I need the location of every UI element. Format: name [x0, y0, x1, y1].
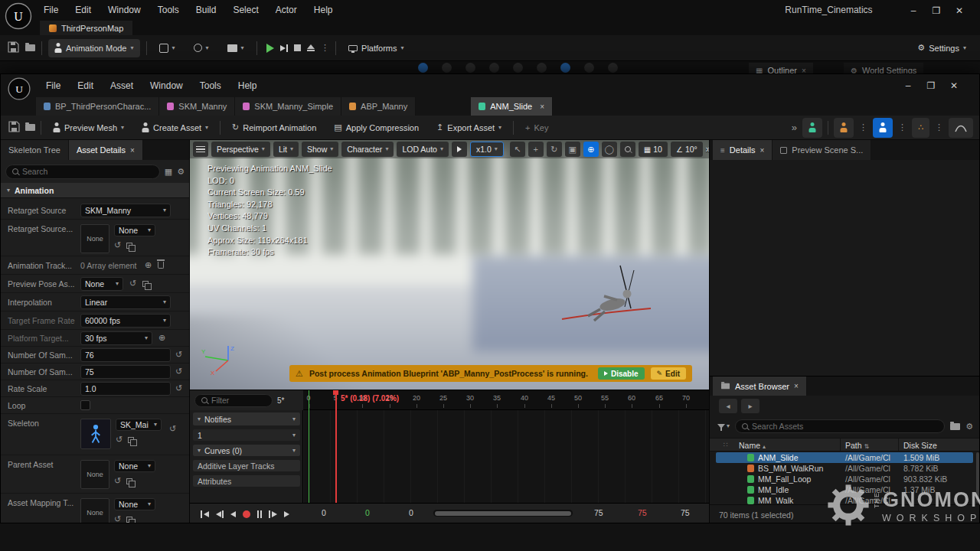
perspective-dropdown[interactable]: Perspective▾	[211, 142, 270, 157]
range-start-value[interactable]: 0	[322, 508, 326, 517]
folder-view-icon[interactable]	[950, 423, 960, 430]
curves-track-header[interactable]: ▾ Curves (0) ▾	[193, 445, 300, 456]
kebab-icon[interactable]: ⋮	[859, 122, 867, 132]
view-start-value[interactable]: 0	[409, 508, 413, 517]
step-back-button[interactable]	[216, 510, 224, 518]
add-platform-icon[interactable]: ⊕	[158, 333, 165, 343]
retargeter-button[interactable]	[834, 118, 854, 138]
menu-file[interactable]: File	[38, 76, 69, 96]
lod-dropdown[interactable]: LOD Auto▾	[397, 142, 449, 157]
menu-actor[interactable]: Actor	[267, 0, 305, 21]
notify-track-row[interactable]: 1 ▾	[193, 429, 300, 441]
tab-preview-scene-settings[interactable]: Preview Scene S...	[773, 140, 871, 160]
close-icon[interactable]: ×	[540, 103, 544, 111]
blueprints-button[interactable]: ▾	[188, 39, 215, 57]
rotate-tool-icon[interactable]: ↻	[547, 142, 562, 157]
notifies-track-header[interactable]: ▾ Notifies ▾	[193, 412, 300, 425]
viewport-menu-icon[interactable]	[193, 142, 208, 157]
skeleton-thumbnail[interactable]	[80, 419, 111, 449]
loop-start-value[interactable]: 0	[365, 508, 370, 517]
column-name[interactable]: Name ▴	[739, 441, 766, 450]
details-search-input[interactable]	[22, 167, 153, 176]
loop-end-value[interactable]: 75	[638, 508, 647, 517]
viewport-toolbar-overflow-icon[interactable]: »	[706, 144, 709, 155]
character-dropdown[interactable]: Character▾	[341, 142, 394, 157]
preview-pose-dropdown[interactable]: None▾	[80, 277, 123, 291]
skip-frame-button[interactable]	[280, 44, 289, 52]
step-forward-button[interactable]	[269, 510, 277, 518]
export-asset-dropdown[interactable]: ↥ Export Asset▾	[430, 119, 508, 137]
add-array-element-icon[interactable]: ⊕	[145, 260, 152, 270]
menu-edit[interactable]: Edit	[67, 0, 100, 21]
play-options-kebab-icon[interactable]: ⋮	[321, 43, 329, 53]
lit-dropdown[interactable]: Lit▾	[273, 142, 299, 157]
playhead-marker[interactable]	[333, 390, 338, 395]
asset-search[interactable]	[735, 419, 945, 433]
browse-asset-icon[interactable]	[126, 517, 132, 523]
skip-to-start-button[interactable]	[201, 510, 209, 518]
asset-row[interactable]: MM_Fall_Loop /All/Game/Cl 903.832 KiB	[716, 474, 973, 484]
asset-search-input[interactable]	[752, 422, 938, 431]
display-options-icon[interactable]: ▦	[165, 167, 172, 177]
chevron-down-icon[interactable]: ▾	[292, 432, 296, 439]
close-icon[interactable]: ×	[130, 146, 135, 155]
record-button[interactable]	[243, 510, 250, 518]
browse-content-icon[interactable]	[25, 44, 35, 51]
playhead-line[interactable]	[335, 390, 337, 503]
surface-snap-icon[interactable]	[620, 142, 635, 157]
timeline-filter-input[interactable]	[211, 396, 266, 405]
save-icon[interactable]	[8, 121, 20, 134]
asset-mapping-dropdown[interactable]: None▾	[114, 498, 155, 510]
tab-bp-thirdpersoncharacter[interactable]: BP_ThirdPersonCharac...	[36, 97, 159, 116]
preview-viewport[interactable]: Perspective▾ Lit▾ Show▾ Character▾ LOD A…	[190, 140, 709, 390]
edit-in-sequencer-button[interactable]	[873, 118, 893, 138]
chevron-down-icon[interactable]: ▾	[292, 416, 296, 422]
use-selected-icon[interactable]: ↺	[114, 477, 121, 485]
menu-help[interactable]: Help	[305, 0, 341, 21]
grid-snap-toggle[interactable]: ▦10	[639, 142, 668, 157]
playback-speed-dropdown[interactable]: x1.0▾	[470, 142, 504, 157]
use-selected-icon[interactable]: ↺	[116, 435, 122, 444]
editor-mode-dropdown[interactable]: Animation Mode ▾	[48, 39, 140, 57]
asset-row[interactable]: BS_MM_WalkRun /All/Game/Cl 8.782 KiB	[716, 463, 973, 474]
close-button[interactable]: ✕	[942, 80, 965, 91]
ue-logo[interactable]: U	[4, 2, 33, 32]
interpolation-dropdown[interactable]: Linear▾	[80, 295, 171, 309]
preview-character[interactable]	[556, 261, 655, 335]
target-frame-rate-dropdown[interactable]: 60000 fps▾	[80, 314, 171, 328]
chevron-down-icon[interactable]: ▾	[292, 448, 296, 454]
play-reverse-button[interactable]	[230, 511, 236, 517]
tab-skm-manny-simple[interactable]: SKM_Manny_Simple	[235, 97, 341, 116]
timeline-zoom-scrollbar[interactable]	[433, 510, 573, 517]
loop-checkbox[interactable]	[80, 400, 90, 410]
world-space-icon[interactable]: ◯	[602, 142, 617, 157]
clear-array-icon[interactable]	[158, 262, 164, 269]
apply-compression-button[interactable]: ▤ Apply Compression	[328, 119, 425, 137]
use-selected-icon[interactable]: ↺	[114, 241, 121, 249]
maximize-button[interactable]: ❐	[925, 5, 948, 16]
close-button[interactable]: ✕	[948, 5, 971, 16]
close-icon[interactable]: ×	[794, 382, 799, 390]
asset-mapping-thumbnail[interactable]: None	[80, 498, 109, 523]
tab-abp-manny[interactable]: ABP_Manny	[341, 97, 416, 116]
menu-file[interactable]: File	[35, 0, 67, 21]
settings-dropdown[interactable]: ⚙ Settings ▾	[911, 39, 972, 57]
attributes-track-header[interactable]: Attributes	[193, 475, 300, 487]
filter-dropdown[interactable]: ▾	[717, 423, 730, 429]
browse-asset-icon[interactable]	[126, 243, 132, 249]
kebab-icon[interactable]: ⋮	[935, 122, 943, 132]
eject-button[interactable]	[307, 44, 315, 51]
viewport-play-button[interactable]	[452, 142, 467, 157]
play-button[interactable]	[266, 44, 274, 53]
create-asset-dropdown[interactable]: Create Asset▾	[136, 119, 214, 137]
skeleton-dropdown[interactable]: SK_Mai▾	[116, 419, 162, 431]
reimport-animation-button[interactable]: ↻ Reimport Animation	[226, 119, 322, 137]
browse-asset-icon[interactable]	[128, 437, 134, 443]
stop-button[interactable]	[294, 44, 301, 51]
menu-tools[interactable]: Tools	[149, 0, 188, 21]
show-dropdown[interactable]: Show▾	[302, 142, 338, 157]
details-search[interactable]	[5, 165, 160, 179]
view-end-value[interactable]: 75	[594, 508, 603, 517]
minimize-button[interactable]: –	[897, 80, 920, 91]
column-path[interactable]: Path ⇅	[845, 441, 869, 450]
